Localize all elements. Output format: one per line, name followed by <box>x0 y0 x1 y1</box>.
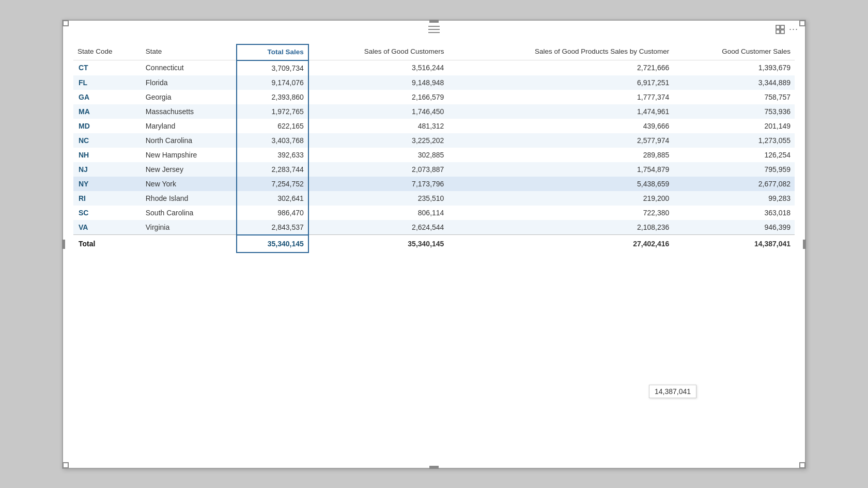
cell-good-customer-sales: 1,273,055 <box>673 133 795 148</box>
table-panel: ··· State Code State Total Sales Sales o… <box>62 20 806 469</box>
header-sales-good-customers: Sales of Good Customers <box>308 44 448 60</box>
panel-toolbar: ··· <box>775 25 799 34</box>
resize-handle-tr[interactable] <box>799 20 805 26</box>
footer-label: Total <box>73 235 142 253</box>
cell-good-customer-sales: 795,959 <box>673 162 795 177</box>
cell-state-code: MD <box>73 119 142 133</box>
cell-total-sales: 2,393,860 <box>237 90 308 104</box>
resize-handle-bottom[interactable] <box>429 466 439 469</box>
cell-sales-good-products: 2,108,236 <box>448 220 673 235</box>
cell-good-customer-sales: 758,757 <box>673 90 795 104</box>
header-sales-good-products: Sales of Good Products Sales by Customer <box>448 44 673 60</box>
cell-sales-good-customers: 481,312 <box>308 119 448 133</box>
cell-total-sales: 9,174,076 <box>237 75 308 90</box>
cell-sales-good-customers: 7,173,796 <box>308 177 448 191</box>
resize-handle-bl[interactable] <box>63 462 69 468</box>
footer-total-sales: 35,340,145 <box>237 235 308 253</box>
cell-state-code: RI <box>73 191 142 206</box>
resize-handle-left[interactable] <box>62 240 65 249</box>
table-row[interactable]: MA Massachusetts 1,972,765 1,746,450 1,4… <box>73 104 795 119</box>
table-row[interactable]: NC North Carolina 3,403,768 3,225,202 2,… <box>73 133 795 148</box>
cell-state-name: North Carolina <box>142 133 237 148</box>
cell-state-code: VA <box>73 220 142 235</box>
svg-rect-6 <box>776 30 780 34</box>
cell-total-sales: 392,633 <box>237 148 308 162</box>
cell-state-name: South Carolina <box>142 206 237 220</box>
cell-state-code: SC <box>73 206 142 220</box>
header-state-code: State Code <box>73 44 142 60</box>
cell-sales-good-customers: 3,225,202 <box>308 133 448 148</box>
cell-state-name: Rhode Island <box>142 191 237 206</box>
cell-sales-good-products: 1,777,374 <box>448 90 673 104</box>
cell-sales-good-customers: 2,073,887 <box>308 162 448 177</box>
cell-good-customer-sales: 1,393,679 <box>673 60 795 75</box>
cell-sales-good-products: 722,380 <box>448 206 673 220</box>
resize-handle-top[interactable] <box>429 20 439 23</box>
svg-rect-2 <box>428 32 440 33</box>
table-row[interactable]: NH New Hampshire 392,633 302,885 289,885… <box>73 148 795 162</box>
cell-state-code: MA <box>73 104 142 119</box>
cell-sales-good-products: 439,666 <box>448 119 673 133</box>
cell-sales-good-products: 289,885 <box>448 148 673 162</box>
table-row[interactable]: MD Maryland 622,165 481,312 439,666 201,… <box>73 119 795 133</box>
cell-state-code: CT <box>73 60 142 75</box>
expand-icon[interactable] <box>775 25 785 34</box>
cell-sales-good-customers: 235,510 <box>308 191 448 206</box>
drag-handle-icon[interactable] <box>428 26 440 34</box>
table-row[interactable]: SC South Carolina 986,470 806,114 722,38… <box>73 206 795 220</box>
table-row[interactable]: RI Rhode Island 302,641 235,510 219,200 … <box>73 191 795 206</box>
svg-rect-3 <box>776 25 780 29</box>
table-row[interactable]: NJ New Jersey 2,283,744 2,073,887 1,754,… <box>73 162 795 177</box>
resize-handle-right[interactable] <box>803 240 806 249</box>
cell-state-name: New Hampshire <box>142 148 237 162</box>
cell-good-customer-sales: 99,283 <box>673 191 795 206</box>
svg-rect-4 <box>781 30 784 34</box>
table-row[interactable]: VA Virginia 2,843,537 2,624,544 2,108,23… <box>73 220 795 235</box>
footer-state <box>142 235 237 253</box>
header-total-sales[interactable]: Total Sales <box>237 44 308 60</box>
cell-state-name: Virginia <box>142 220 237 235</box>
cell-state-name: New York <box>142 177 237 191</box>
cell-state-code: NC <box>73 133 142 148</box>
cell-sales-good-customers: 1,746,450 <box>308 104 448 119</box>
cell-state-code: GA <box>73 90 142 104</box>
footer-sales-good-products: 27,402,416 <box>448 235 673 253</box>
table-container: State Code State Total Sales Sales of Go… <box>73 44 795 458</box>
cell-total-sales: 2,283,744 <box>237 162 308 177</box>
table-footer-row: Total 35,340,145 35,340,145 27,402,416 1… <box>73 235 795 253</box>
table-body: CT Connecticut 3,709,734 3,516,244 2,721… <box>73 60 795 235</box>
cell-sales-good-customers: 9,148,948 <box>308 75 448 90</box>
cell-sales-good-customers: 806,114 <box>308 206 448 220</box>
cell-sales-good-products: 1,474,961 <box>448 104 673 119</box>
cell-sales-good-products: 2,577,974 <box>448 133 673 148</box>
cell-state-code: NH <box>73 148 142 162</box>
table-row[interactable]: FL Florida 9,174,076 9,148,948 6,917,251… <box>73 75 795 90</box>
footer-sales-good-customers: 35,340,145 <box>308 235 448 253</box>
more-options-icon[interactable]: ··· <box>788 25 799 34</box>
cell-total-sales: 3,403,768 <box>237 133 308 148</box>
cell-total-sales: 1,972,765 <box>237 104 308 119</box>
resize-handle-br[interactable] <box>799 462 805 468</box>
cell-good-customer-sales: 946,399 <box>673 220 795 235</box>
cell-sales-good-products: 6,917,251 <box>448 75 673 90</box>
cell-good-customer-sales: 753,936 <box>673 104 795 119</box>
cell-total-sales: 986,470 <box>237 206 308 220</box>
cell-sales-good-products: 2,721,666 <box>448 60 673 75</box>
resize-handle-tl[interactable] <box>63 20 69 26</box>
header-state: State <box>142 44 237 60</box>
table-header-row: State Code State Total Sales Sales of Go… <box>73 44 795 60</box>
cell-total-sales: 622,165 <box>237 119 308 133</box>
cell-good-customer-sales: 2,677,082 <box>673 177 795 191</box>
table-row[interactable]: GA Georgia 2,393,860 2,166,579 1,777,374… <box>73 90 795 104</box>
cell-sales-good-products: 5,438,659 <box>448 177 673 191</box>
cell-state-code: FL <box>73 75 142 90</box>
cell-sales-good-customers: 2,166,579 <box>308 90 448 104</box>
table-row[interactable]: CT Connecticut 3,709,734 3,516,244 2,721… <box>73 60 795 75</box>
cell-good-customer-sales: 201,149 <box>673 119 795 133</box>
cell-sales-good-customers: 2,624,544 <box>308 220 448 235</box>
table-row[interactable]: NY New York 7,254,752 7,173,796 5,438,65… <box>73 177 795 191</box>
cell-state-code: NJ <box>73 162 142 177</box>
cell-sales-good-products: 1,754,879 <box>448 162 673 177</box>
cell-good-customer-sales: 126,254 <box>673 148 795 162</box>
cell-total-sales: 2,843,537 <box>237 220 308 235</box>
